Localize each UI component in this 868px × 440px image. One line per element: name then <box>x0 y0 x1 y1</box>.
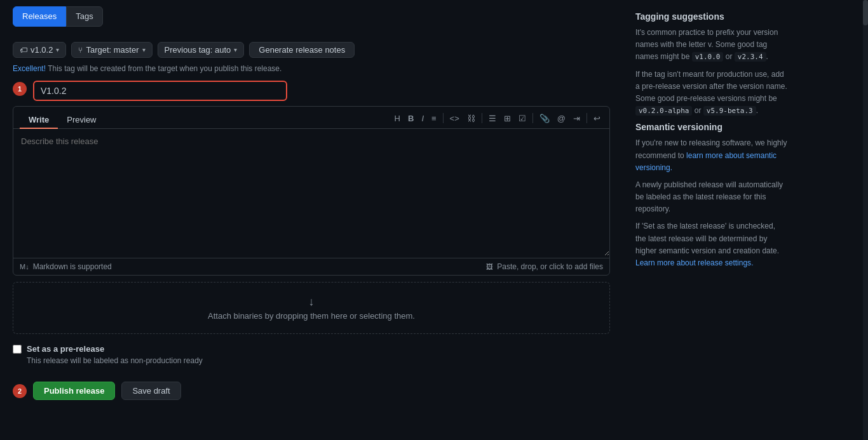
bottom-actions: 2 Publish release Save draft <box>13 375 610 400</box>
attach-arrow-icon: ↓ <box>26 295 597 309</box>
tagging-suggestions-title: Tagging suggestions <box>635 11 788 22</box>
semantic-text3: If 'Set as the latest release' is unchec… <box>635 220 788 269</box>
attach-binaries-label: Attach binaries by dropping them here or… <box>208 311 415 321</box>
info-excellent: Excellent! <box>13 64 46 73</box>
toolbar-row: 🏷 v1.0.2 ▾ ⑂ Target: master ▾ Previous t… <box>13 42 610 58</box>
step1-content <box>33 81 610 101</box>
editor-tabs: Write Preview H B I ≡ <> ⛓ ☰ ⊞ ☑ 📎 <box>13 107 609 129</box>
version-arrow-icon: ▾ <box>56 46 59 53</box>
tab-write[interactable]: Write <box>20 112 58 129</box>
editor-container: Write Preview H B I ≡ <> ⛓ ☰ ⊞ ☑ 📎 <box>13 106 610 276</box>
previous-tag-arrow-icon: ▾ <box>234 46 237 53</box>
markdown-icon: M↓ <box>20 263 29 270</box>
target-dropdown[interactable]: ⑂ Target: master ▾ <box>71 42 152 58</box>
sep3 <box>532 113 533 123</box>
pre-release-description: This release will be labeled as non-prod… <box>27 356 610 365</box>
target-arrow-icon: ▾ <box>142 46 146 53</box>
footer-right: 🖼 Paste, drop, or click to add files <box>486 262 603 271</box>
publish-release-button[interactable]: Publish release <box>33 382 115 400</box>
semantic-text1: If you're new to releasing software, we … <box>635 137 788 174</box>
sep4 <box>587 113 587 123</box>
tag-input[interactable] <box>33 81 287 101</box>
tab-preview[interactable]: Preview <box>58 112 105 129</box>
tag-icon: 🏷 <box>20 46 27 55</box>
attach-label[interactable]: Paste, drop, or click to add files <box>497 262 603 271</box>
version-label: v1.0.2 <box>31 45 53 55</box>
target-label: Target: master <box>86 45 139 55</box>
main-content: Releases Tags 🏷 v1.0.2 ▾ ⑂ Target: maste… <box>0 0 623 440</box>
editor-footer: M↓ Markdown is supported 🖼 Paste, drop, … <box>13 258 609 275</box>
footer-left: M↓ Markdown is supported <box>20 262 112 271</box>
pre-release-section: Set as a pre-release This release will b… <box>13 344 610 365</box>
ordered-list-icon[interactable]: ≡ <box>429 112 439 124</box>
step1-indicator: 1 <box>13 81 610 101</box>
tabs-row: Releases Tags <box>13 6 610 27</box>
generate-notes-button[interactable]: Generate release notes <box>249 42 355 58</box>
bullet-list-icon[interactable]: ⊞ <box>501 112 513 124</box>
previous-tag-label: Previous tag: auto <box>165 45 231 55</box>
heading-icon[interactable]: H <box>392 112 403 124</box>
sep1 <box>443 113 444 123</box>
reference-icon[interactable]: ⇥ <box>571 112 583 124</box>
info-message: This tag will be created from the target… <box>48 64 281 73</box>
step2-circle: 2 <box>13 384 27 398</box>
undo-icon[interactable]: ↩ <box>591 112 603 124</box>
info-text: Excellent! This tag will be created from… <box>13 64 610 73</box>
tagging-text2: If the tag isn't meant for production us… <box>635 69 788 117</box>
branch-icon: ⑂ <box>78 46 83 55</box>
code-beta: v5.9-beta.3 <box>703 106 756 116</box>
image-icon: 🖼 <box>486 263 493 270</box>
attach-binaries-area[interactable]: ↓ Attach binaries by dropping them here … <box>13 282 610 334</box>
pre-release-checkbox[interactable] <box>13 345 22 354</box>
release-description-textarea[interactable] <box>13 129 609 256</box>
release-settings-link[interactable]: Learn more about release settings. <box>635 258 753 267</box>
unordered-list-icon[interactable]: ☰ <box>486 112 499 124</box>
link-icon[interactable]: ⛓ <box>465 112 478 124</box>
code-v234: v2.3.4 <box>735 52 766 62</box>
tab-tags[interactable]: Tags <box>66 6 102 27</box>
tagging-text1: It's common practice to prefix your vers… <box>635 27 788 63</box>
code-v100: v1.0.0 <box>692 52 724 62</box>
tab-releases[interactable]: Releases <box>13 6 66 27</box>
markdown-label: Markdown is supported <box>33 262 112 271</box>
task-list-icon[interactable]: ☑ <box>516 112 529 124</box>
bold-icon[interactable]: B <box>405 112 416 124</box>
previous-tag-dropdown[interactable]: Previous tag: auto ▾ <box>158 42 245 58</box>
pre-release-text: Set as a pre-release <box>27 344 104 354</box>
attach-icon[interactable]: 📎 <box>537 112 552 124</box>
sep2 <box>482 113 482 123</box>
save-draft-button[interactable]: Save draft <box>121 382 180 400</box>
sidebar: Tagging suggestions It's common practice… <box>623 0 801 440</box>
code-alpha: v0.2.0-alpha <box>635 106 692 116</box>
pre-release-label[interactable]: Set as a pre-release <box>13 344 610 354</box>
italic-icon[interactable]: I <box>419 112 426 124</box>
mention-icon[interactable]: @ <box>555 112 568 124</box>
step1-circle: 1 <box>13 82 27 96</box>
semantic-text2: A newly published release will automatic… <box>635 179 788 216</box>
version-dropdown[interactable]: 🏷 v1.0.2 ▾ <box>13 42 66 58</box>
semantic-versioning-title: Semantic versioning <box>635 122 788 132</box>
code-icon[interactable]: <> <box>447 112 462 124</box>
